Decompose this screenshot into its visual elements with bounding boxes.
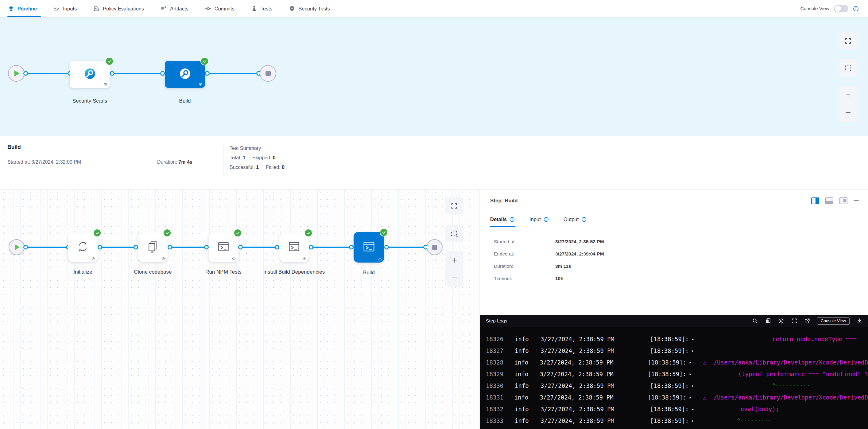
nav-tab-artifacts[interactable]: Artifacts [152, 0, 197, 17]
canvas-fullscreen-button[interactable] [445, 197, 463, 214]
log-line: 18328info3/27/2024, 2:38:59 PM[18:38:59]… [480, 357, 868, 368]
steps-end-node[interactable] [427, 239, 443, 255]
step-node-run-npm-tests[interactable]: Run NPM Tests [209, 233, 238, 262]
inputs-icon [53, 5, 60, 12]
success-badge [163, 229, 171, 237]
info-icon[interactable] [509, 217, 515, 222]
nav-tab-label: Artifacts [170, 6, 188, 12]
log-expand-icon[interactable]: ▸ [691, 406, 694, 412]
log-line: 18327info3/27/2024, 2:38:59 PM[18:38:59]… [480, 345, 868, 357]
nav-tab-tests[interactable]: Tests [243, 0, 281, 17]
nav-tab-label: Policy Evaluations [103, 6, 144, 12]
gear-icon[interactable] [778, 317, 784, 324]
detail-label: Timeout: [494, 275, 555, 282]
tests-icon [251, 5, 257, 12]
security-tests-icon [289, 5, 295, 12]
step-logs-console: Step Logs [480, 315, 868, 429]
canvas-fullscreen-button[interactable] [839, 32, 857, 50]
step-panel-header: Step: Build [480, 189, 868, 212]
stage-node-build[interactable]: Build [165, 61, 205, 88]
log-expand-icon[interactable]: ▸ [691, 348, 694, 354]
step-node-initialize[interactable]: Initialize [68, 233, 98, 262]
app-root: Pipeline Inputs Policy Evaluations Artif… [0, 0, 868, 429]
terminal-icon [217, 240, 230, 254]
log-level: info [515, 394, 540, 401]
code-icon [91, 256, 95, 261]
security-scan-icon [83, 66, 97, 82]
log-expand-icon[interactable]: ▸ [691, 418, 694, 424]
step-node-install-build-dependencies[interactable]: Install Build Dependencies [279, 233, 309, 262]
pipeline-start-node[interactable] [8, 65, 25, 82]
step-label: Run NPM Tests [192, 268, 255, 276]
steps-start-node[interactable] [9, 239, 25, 255]
canvas-marquee-select-button[interactable] [445, 225, 463, 242]
test-summary-row: Total: 1 Skipped: 0 [229, 153, 284, 162]
detail-value: 3m 11s [555, 263, 571, 269]
nav-tab-label: Inputs [63, 6, 77, 12]
lower-split: Initialize Clone codebase [0, 189, 868, 429]
search-icon[interactable] [752, 318, 758, 324]
nav-tab-pipeline[interactable]: Pipeline [7, 0, 45, 17]
log-expand-icon[interactable]: ▸ [691, 383, 694, 389]
step-node-clone-codebase[interactable]: Clone codebase [138, 233, 167, 262]
panel-layout-controls [811, 197, 859, 204]
tab-output[interactable]: Output [563, 212, 587, 226]
canvas-marquee-select-button[interactable] [839, 59, 857, 76]
pipeline-connector [26, 73, 70, 74]
zoom-in-button[interactable] [839, 86, 857, 104]
code-icon [378, 257, 382, 261]
log-line-number: 18326 [486, 336, 515, 342]
step-logs-body[interactable]: 18326info3/27/2024, 2:38:59 PM[18:38:59]… [480, 327, 868, 429]
pipeline-icon [8, 5, 14, 12]
copy-icon[interactable] [765, 318, 771, 324]
step-connector [387, 247, 425, 248]
zoom-out-button[interactable] [839, 104, 857, 122]
layout-floating-panel-icon[interactable] [839, 197, 847, 204]
nav-tab-policy-evaluations[interactable]: Policy Evaluations [85, 0, 152, 17]
log-date: 3/27/2024, 2:38:59 PM [540, 417, 650, 424]
log-date: 3/27/2024, 2:38:59 PM [540, 336, 650, 342]
duration-value: 7m 4s [178, 159, 192, 164]
log-expand-icon[interactable]: ▸ [689, 360, 692, 365]
log-line: 18329info3/27/2024, 2:38:59 PM[18:38:59]… [480, 368, 868, 380]
minimize-panel-icon[interactable] [854, 200, 859, 202]
nav-tab-commits[interactable]: Commits [197, 0, 243, 17]
fullscreen-icon[interactable] [791, 318, 797, 324]
step-node-build[interactable]: Build [353, 232, 384, 263]
info-icon[interactable] [853, 6, 859, 12]
build-summary-bar: Build Started at: 3/27/2024, 2:32:00 PM … [0, 136, 868, 189]
console-view-toggle[interactable] [834, 5, 848, 12]
pipeline-end-node[interactable] [260, 65, 276, 82]
nav-tab-security-tests[interactable]: Security Tests [281, 0, 338, 17]
log-expand-icon[interactable]: ▸ [691, 336, 694, 342]
nav-tab-inputs[interactable]: Inputs [45, 0, 85, 17]
tab-details[interactable]: Details [490, 212, 515, 226]
console-view-button[interactable]: Console View [817, 317, 849, 325]
zoom-out-button[interactable] [445, 269, 463, 287]
success-badge [105, 57, 114, 65]
layout-right-panel-icon[interactable] [811, 197, 819, 204]
log-line: 18331info3/27/2024, 2:38:59 PM[18:38:59]… [480, 392, 868, 403]
log-expand-icon[interactable]: ▸ [689, 371, 692, 377]
top-nav: Pipeline Inputs Policy Evaluations Artif… [0, 0, 868, 18]
stage-node-security-scans[interactable]: Security Scans [70, 61, 110, 88]
stop-icon [266, 71, 271, 76]
layout-bottom-panel-icon[interactable] [825, 197, 833, 204]
open-in-new-icon[interactable] [804, 318, 810, 324]
log-line-number: 18331 [486, 394, 515, 401]
zoom-in-button[interactable] [445, 251, 463, 269]
log-expand-icon[interactable]: ▸ [689, 395, 692, 400]
detail-label: Started at: [494, 239, 555, 245]
detail-value: 10h [555, 275, 563, 282]
step-panel-tabs: Details Input Output [480, 212, 868, 227]
step-pipeline-canvas[interactable]: Initialize Clone codebase [0, 189, 480, 429]
tab-input[interactable]: Input [529, 212, 549, 226]
stage-duration: Duration: 7m 4s [157, 159, 192, 165]
stage-pipeline-canvas[interactable]: Security Scans Build [0, 18, 868, 136]
info-icon[interactable] [581, 217, 587, 222]
info-icon[interactable] [544, 217, 549, 222]
download-icon[interactable] [856, 318, 863, 324]
step-label: Clone codebase [122, 268, 184, 276]
step-connector [100, 247, 136, 248]
log-text: ^~~~~~~~~~~ [695, 382, 811, 389]
